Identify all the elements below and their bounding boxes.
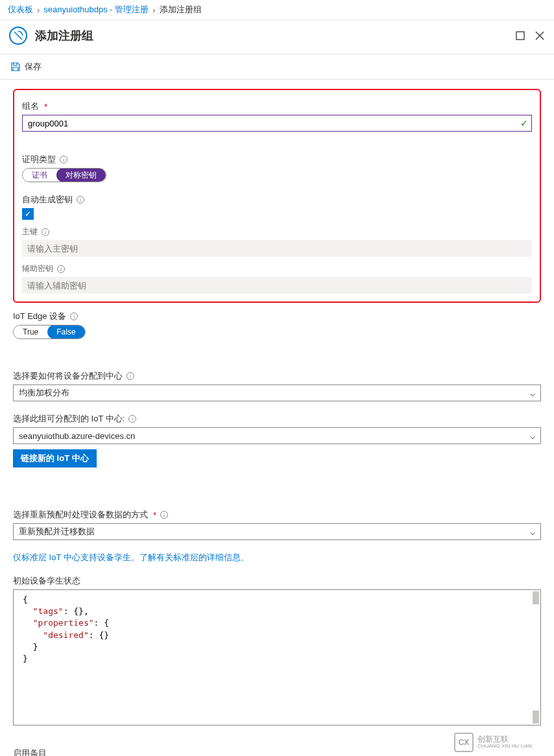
attestation-type-toggle: 证书 对称密钥 (22, 168, 106, 182)
info-icon[interactable]: i (126, 372, 134, 380)
iot-edge-toggle: True False (13, 325, 86, 339)
scrollbar-thumb-top[interactable] (533, 591, 539, 604)
info-icon[interactable]: i (128, 415, 136, 423)
auto-generate-label: 自动生成密钥 i (22, 194, 532, 206)
scrollbar-thumb-bottom[interactable] (533, 711, 539, 724)
reprovision-label: 选择重新预配时处理设备数据的方式* i (13, 509, 541, 521)
form-content: 组名* ✓ 证明类型 i 证书 对称密钥 自动生成密钥 i ✓ 主键 i (0, 80, 554, 756)
reprovision-value: 重新预配并迁移数据 (19, 526, 95, 537)
group-name-label: 组名* (22, 100, 532, 112)
attestation-cert-option[interactable]: 证书 (23, 168, 56, 182)
auto-generate-checkbox[interactable]: ✓ (22, 208, 34, 220)
initial-twin-label: 初始设备孪生状态 (13, 575, 541, 587)
iot-edge-true-option[interactable]: True (14, 325, 47, 339)
iot-edge-false-option[interactable]: False (47, 325, 84, 339)
info-icon[interactable]: i (42, 228, 49, 236)
info-icon[interactable]: i (77, 196, 84, 204)
twin-info-text[interactable]: 仅标准层 IoT 中心支持设备孪生。了解有关标准层的详细信息。 (13, 552, 541, 563)
allocation-select[interactable]: 均衡加权分布 ⌵ (13, 384, 541, 401)
attestation-symkey-option[interactable]: 对称密钥 (56, 168, 106, 182)
enable-entry-label: 启用条目 (13, 748, 541, 756)
svg-rect-1 (516, 32, 524, 40)
breadcrumb-dashboard[interactable]: 仪表板 (8, 4, 33, 16)
breadcrumb-service[interactable]: seanyuiothubdps - 管理注册 (43, 4, 149, 16)
chevron-right-icon: › (152, 5, 155, 15)
group-name-input[interactable] (22, 115, 532, 132)
command-bar: 保存 (0, 54, 554, 80)
primary-key-input (22, 240, 532, 257)
save-icon (10, 62, 21, 72)
assignable-hub-select[interactable]: seanyuiothub.azure-devices.cn ⌵ (13, 427, 541, 444)
initial-twin-editor[interactable]: { "tags": {}, "properties": { "desired":… (13, 589, 541, 726)
highlighted-section: 组名* ✓ 证明类型 i 证书 对称密钥 自动生成密钥 i ✓ 主键 i (13, 89, 541, 303)
allocation-value: 均衡加权分布 (19, 387, 69, 399)
chevron-right-icon: › (37, 5, 40, 15)
save-label: 保存 (25, 61, 42, 73)
breadcrumb-current: 添加注册组 (160, 4, 202, 16)
attestation-type-label: 证明类型 i (22, 154, 532, 165)
primary-key-label: 主键 i (22, 226, 532, 237)
valid-check-icon: ✓ (520, 118, 528, 128)
page-title: 添加注册组 (35, 28, 93, 43)
info-icon[interactable]: i (57, 265, 65, 273)
chevron-down-icon: ⌵ (530, 527, 535, 537)
chevron-down-icon: ⌵ (530, 431, 535, 441)
assignable-hub-label: 选择此组可分配到的 IoT 中心: i (13, 413, 541, 425)
link-new-hub-button[interactable]: 链接新的 IoT 中心 (13, 449, 97, 467)
allocation-label: 选择要如何将设备分配到中心 i (13, 370, 541, 382)
enrollment-group-icon (9, 27, 27, 45)
restore-window-icon[interactable] (515, 30, 525, 41)
info-icon[interactable]: i (60, 156, 67, 163)
chevron-down-icon: ⌵ (530, 388, 535, 398)
info-icon[interactable]: i (70, 313, 78, 320)
save-button[interactable]: 保存 (10, 61, 42, 73)
info-icon[interactable]: i (160, 511, 168, 519)
secondary-key-label: 辅助密钥 i (22, 263, 532, 274)
assignable-hub-value: seanyuiothub.azure-devices.cn (19, 431, 135, 441)
iot-edge-label: IoT Edge 设备 i (13, 311, 541, 322)
secondary-key-input (22, 277, 532, 294)
required-asterisk: * (153, 510, 156, 520)
required-asterisk: * (44, 102, 47, 112)
breadcrumb: 仪表板 › seanyuiothubdps - 管理注册 › 添加注册组 (0, 0, 554, 20)
pane-header: 添加注册组 (0, 20, 554, 54)
reprovision-select[interactable]: 重新预配并迁移数据 ⌵ (13, 523, 541, 540)
close-icon[interactable] (535, 30, 545, 41)
